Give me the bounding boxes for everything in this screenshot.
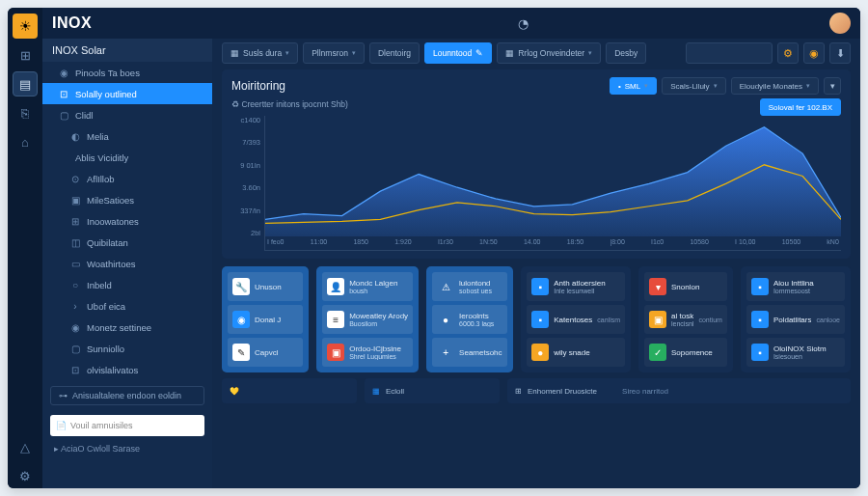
rail-item-3[interactable]: ⌂ bbox=[13, 129, 38, 154]
card-3-0[interactable]: ▪Anth atloersienInle lesunwell bbox=[527, 272, 625, 301]
card-title: Mondc Lalgen bbox=[349, 279, 408, 288]
card-3-1[interactable]: ▪Katentosescanlism bbox=[527, 305, 625, 334]
sidebar-lowbox[interactable]: ⊶ Anisualtalene endoon eoldin bbox=[50, 386, 204, 405]
card-title: Snonlon bbox=[671, 283, 722, 291]
app-logo-icon[interactable]: ☀ bbox=[13, 14, 38, 39]
card-2-2[interactable]: +Seametsohc bbox=[432, 338, 507, 367]
rail-item-1[interactable]: ▤ bbox=[13, 71, 38, 96]
gear-icon[interactable]: ⚙ bbox=[777, 42, 799, 64]
chart-plot[interactable]: I feo011:0018501:920I1r301N:5014.0018:50… bbox=[264, 116, 841, 251]
rail-item-4[interactable]: △ bbox=[13, 434, 38, 459]
card-1-0[interactable]: 👤Mondc Lalgenboush bbox=[322, 272, 413, 301]
sidebar-item-13[interactable]: ▢Sunniollo bbox=[42, 338, 212, 359]
rail-item-5[interactable]: ⚙ bbox=[13, 463, 38, 488]
card-2-1[interactable]: ●Ieroolnts6000.3 lags bbox=[432, 305, 507, 334]
avatar[interactable] bbox=[829, 13, 851, 34]
bell-icon[interactable]: ◔ bbox=[518, 16, 529, 31]
sidebar-item-icon: ◐ bbox=[69, 130, 81, 142]
card-subtitle: boush bbox=[349, 288, 408, 294]
y-axis: c14007/3939 01In3.60n337/In2bl bbox=[231, 116, 264, 251]
toolbar-btn-3[interactable]: Dlentoirg bbox=[369, 42, 420, 64]
footer-card-2[interactable]: ▦Ecloll bbox=[365, 378, 500, 403]
card-icon: ▪ bbox=[751, 344, 769, 361]
sidebar-item-icon: ◉ bbox=[58, 67, 69, 78]
card-5-1[interactable]: ▪Poldatlitarscanlooe bbox=[746, 305, 845, 334]
card-3-2[interactable]: ●wily snade bbox=[527, 338, 625, 367]
sidebar-item-2[interactable]: ▢Clidl bbox=[42, 104, 212, 125]
sidebar-item-icon: ⊡ bbox=[69, 364, 81, 375]
card-0-1[interactable]: ◉Donal J bbox=[228, 305, 303, 334]
sidebar-item-6[interactable]: ▣MileSatioes bbox=[42, 189, 212, 210]
card-icon: ● bbox=[437, 311, 454, 328]
toolbar-btn-primary[interactable]: Lounntood ✎ bbox=[424, 42, 492, 64]
toolbar-btn-6[interactable]: Desby bbox=[606, 42, 646, 64]
card-5-2[interactable]: ▪OloINOX SiotmIsiesouen bbox=[746, 338, 845, 367]
x-axis: I feo011:0018501:920I1r301N:5014.0018:50… bbox=[265, 238, 841, 250]
toolbar-btn-1[interactable]: ▦ Susls dura▾ bbox=[222, 42, 298, 64]
brand-text: INOX bbox=[52, 14, 92, 32]
card-icon: ▣ bbox=[327, 344, 344, 361]
sidebar-item-0[interactable]: ◉Pinools Ta boes bbox=[42, 62, 212, 83]
card-col-0: 🔧Unuson◉Donal J✎Capvcl bbox=[222, 266, 309, 372]
chart-ctl-3[interactable]: Eloudyile Monates▾ bbox=[731, 77, 819, 95]
chart-action-button[interactable]: Soloval fer 102.BX bbox=[760, 98, 841, 116]
footer-card-3[interactable]: ⊞Enhomenl DruosicteSireo narritod bbox=[507, 378, 851, 403]
footer-card-1[interactable]: 💛 bbox=[222, 378, 357, 403]
card-title: wily snade bbox=[554, 348, 620, 357]
card-1-2[interactable]: ▣Ordoo-ICjbsineShrel Lugumies bbox=[322, 338, 413, 367]
card-icon: ▾ bbox=[649, 278, 666, 295]
card-icon: 🔧 bbox=[232, 278, 250, 295]
sidebar-item-3[interactable]: ◐Melia bbox=[42, 125, 212, 147]
sidebar-item-icon: ▣ bbox=[69, 194, 81, 206]
sidebar-item-label: Monetz settinee bbox=[87, 322, 151, 333]
toolbar-btn-2[interactable]: Pllnmsron▾ bbox=[303, 42, 365, 64]
card-subtitle: lencisnl bbox=[671, 320, 693, 327]
sidebar-item-12[interactable]: ◉Monetz settinee bbox=[42, 317, 212, 338]
sidebar-item-label: Ubof eica bbox=[87, 301, 125, 312]
sidebar-search-placeholder: Vouil amnuisiles bbox=[70, 421, 133, 430]
card-col-2: ⚠lulontondsobost ues●Ieroolnts6000.3 lag… bbox=[426, 266, 513, 372]
card-4-0[interactable]: ▾Snonlon bbox=[644, 272, 727, 301]
card-col-5: ▪Aiou InttlinaIommesoost▪Poldatlitarscan… bbox=[741, 266, 851, 372]
sidebar-search[interactable]: 📄 Vouil amnuisiles bbox=[50, 415, 204, 436]
sidebar-footer[interactable]: ▸ AciaO Cwloll Sarase bbox=[42, 440, 212, 457]
sidebar-item-10[interactable]: ○Inbeld bbox=[42, 274, 212, 295]
sidebar-item-label: MileSatioes bbox=[87, 195, 134, 206]
card-4-2[interactable]: ✓Sopomence bbox=[644, 338, 727, 367]
sidebar-item-4[interactable]: Ablis Viciditly bbox=[42, 147, 212, 168]
toolbar-search[interactable] bbox=[686, 42, 773, 64]
card-icon: ◉ bbox=[232, 311, 250, 328]
sidebar-item-icon: ◉ bbox=[69, 321, 81, 333]
card-2-0[interactable]: ⚠lulontondsobost ues bbox=[432, 272, 507, 301]
rail-item-2[interactable]: ⎘ bbox=[13, 100, 38, 125]
card-icon: 👤 bbox=[327, 278, 344, 295]
nav-rail: ☀ ⊞ ▤ ⎘ ⌂ △ ⚙ bbox=[8, 8, 42, 488]
sidebar-item-icon: ⊡ bbox=[58, 88, 69, 99]
card-subtitle: Iommesoost bbox=[773, 288, 840, 294]
sidebar-item-8[interactable]: ◫Quibilatan bbox=[42, 232, 212, 253]
card-1-1[interactable]: ≡Moweatley ArodyBuosilom bbox=[322, 305, 413, 334]
card-0-0[interactable]: 🔧Unuson bbox=[228, 272, 303, 301]
chart-ctl-2[interactable]: Scals-Llluly▾ bbox=[662, 77, 725, 95]
toolbar-btn-5[interactable]: ▦ Rrlog Onveindeter▾ bbox=[497, 42, 601, 64]
card-0-2[interactable]: ✎Capvcl bbox=[228, 338, 303, 367]
sidebar-item-9[interactable]: ▭Woathirtoes bbox=[42, 253, 212, 274]
sidebar-item-1[interactable]: ⊡Solally outlined bbox=[42, 83, 212, 104]
card-4-1[interactable]: ▣al tosklencisnlcontium bbox=[644, 305, 727, 334]
card-title: Moweatley Arody bbox=[349, 312, 408, 320]
sidebar-item-7[interactable]: ⊞Inoowatones bbox=[42, 210, 212, 232]
toolbar: ▦ Susls dura▾ Pllnmsron▾ Dlentoirg Lounn… bbox=[212, 39, 860, 68]
rail-item-0[interactable]: ⊞ bbox=[13, 42, 38, 68]
download-icon[interactable]: ⬇ bbox=[829, 42, 851, 64]
chart-expand-icon[interactable]: ▾ bbox=[824, 77, 841, 95]
sidebar-item-5[interactable]: ⊙AflIllob bbox=[42, 168, 212, 189]
sidebar-header: INOX Solar bbox=[42, 39, 212, 62]
card-5-0[interactable]: ▪Aiou InttlinaIommesoost bbox=[746, 272, 845, 301]
card-meta: canlooe bbox=[816, 317, 840, 323]
sidebar-item-11[interactable]: ›Ubof eica bbox=[42, 295, 212, 317]
card-icon: + bbox=[437, 344, 454, 361]
sidebar-item-14[interactable]: ⊡olvislalivatos bbox=[42, 359, 212, 380]
card-icon: ▪ bbox=[751, 311, 769, 328]
chart-ctl-1[interactable]: • SML ▾ bbox=[610, 77, 657, 95]
sun-icon[interactable]: ◉ bbox=[803, 42, 825, 64]
